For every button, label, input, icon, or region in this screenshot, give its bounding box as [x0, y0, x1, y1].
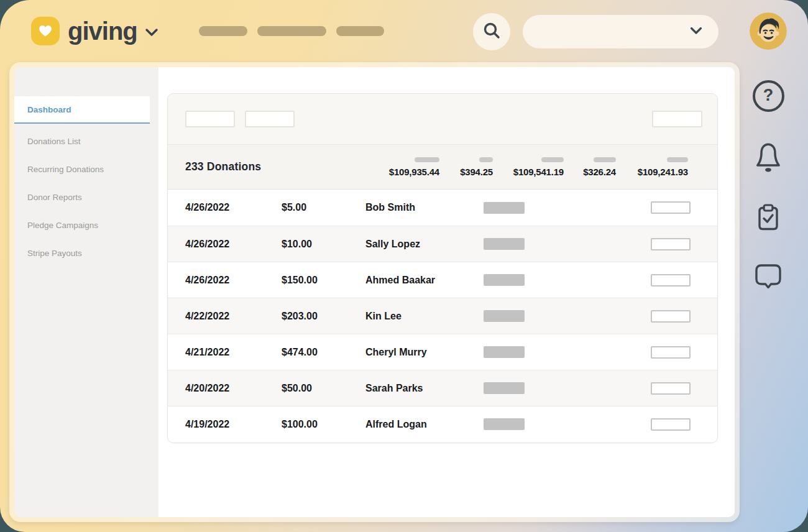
row-action-placeholder[interactable] — [651, 238, 691, 250]
donation-date: 4/21/2022 — [185, 347, 282, 358]
sidebar-item-pledge-campaigns[interactable]: Pledge Campaigns — [14, 211, 158, 239]
right-rail: ? — [750, 80, 787, 291]
summary-stat: $394.25 — [459, 157, 493, 177]
summary-stat: $326.24 — [584, 157, 616, 177]
topbar-nav — [199, 26, 384, 36]
stat-label-placeholder — [541, 157, 564, 162]
donation-amount: $474.00 — [282, 347, 365, 358]
redacted-cell-placeholder — [484, 202, 525, 214]
sidebar-item-label: Donations List — [27, 137, 81, 146]
donor-name: Ahmed Baakar — [365, 275, 484, 286]
chevron-down-icon — [145, 28, 158, 39]
row-action-placeholder[interactable] — [651, 382, 691, 395]
chevron-down-icon — [690, 26, 702, 37]
donation-amount: $5.00 — [282, 202, 365, 213]
chat-bubble-icon[interactable] — [753, 262, 784, 291]
redacted-cell-placeholder — [484, 238, 525, 250]
stat-value: $394.25 — [460, 167, 493, 177]
row-action-placeholder[interactable] — [651, 418, 691, 431]
redacted-cell-placeholder — [484, 310, 525, 322]
stat-value: $326.24 — [583, 167, 616, 177]
donor-name: Sarah Parks — [365, 383, 484, 394]
donations-table: 4/26/2022 $5.00 Bob Smith 4/26/2022 $10.… — [168, 190, 717, 443]
donor-name: Alfred Logan — [365, 419, 484, 430]
dashboard-content: 233 Donations $109,935.44 $394.25 — [158, 67, 735, 517]
search-icon — [482, 21, 501, 42]
nav-link-placeholder[interactable] — [257, 26, 326, 36]
redacted-cell-placeholder — [484, 418, 525, 430]
donor-name: Sally Lopez — [365, 239, 484, 250]
stat-value: $109,241.93 — [638, 167, 688, 177]
donation-date: 4/26/2022 — [185, 239, 282, 250]
filter-bar — [168, 94, 717, 145]
sidebar-item-label: Dashboard — [27, 105, 71, 114]
filter-control[interactable] — [185, 111, 235, 127]
table-row[interactable]: 4/21/2022 $474.00 Cheryl Murry — [168, 334, 717, 370]
donation-amount: $100.00 — [282, 419, 365, 430]
notifications-bell-icon[interactable] — [752, 140, 784, 173]
donation-date: 4/19/2022 — [185, 419, 282, 430]
sidebar-item-label: Donor Reports — [27, 193, 82, 202]
donation-date: 4/22/2022 — [185, 311, 282, 322]
filter-control[interactable] — [652, 111, 702, 127]
table-row[interactable]: 4/26/2022 $5.00 Bob Smith — [168, 190, 717, 226]
sidebar: Dashboard Donations List Recurring Donat… — [14, 67, 158, 517]
sidebar-item-label: Stripe Payouts — [27, 249, 82, 258]
stat-value: $109,541.19 — [513, 167, 564, 177]
table-row[interactable]: 4/26/2022 $150.00 Ahmed Baakar — [168, 262, 717, 298]
donations-summary: 233 Donations $109,935.44 $394.25 — [168, 145, 717, 190]
redacted-cell-placeholder — [484, 382, 525, 394]
donor-name: Kin Lee — [365, 311, 484, 322]
brand-title: giving — [68, 17, 137, 45]
table-row[interactable]: 4/22/2022 $203.00 Kin Lee — [168, 298, 717, 334]
sidebar-item-recurring-donations[interactable]: Recurring Donations — [14, 155, 158, 183]
stat-label-placeholder — [667, 157, 688, 162]
redacted-cell-placeholder — [484, 274, 525, 286]
summary-stats: $109,935.44 $394.25 $109,541.19 — [388, 157, 688, 177]
brand-menu[interactable]: giving — [31, 17, 158, 45]
main-window: Dashboard Donations List Recurring Donat… — [9, 62, 740, 522]
table-row[interactable]: 4/19/2022 $100.00 Alfred Logan — [168, 406, 717, 442]
donation-date: 4/26/2022 — [185, 275, 282, 286]
filter-control[interactable] — [245, 111, 295, 127]
sidebar-item-label: Pledge Campaigns — [27, 221, 98, 230]
donation-amount: $150.00 — [282, 275, 365, 286]
heart-icon — [31, 17, 60, 45]
tasks-clipboard-icon[interactable] — [753, 201, 784, 234]
nav-link-placeholder[interactable] — [199, 26, 247, 36]
row-action-placeholder[interactable] — [651, 201, 691, 214]
donation-amount: $50.00 — [282, 383, 365, 394]
stat-label-placeholder — [479, 157, 493, 162]
table-row[interactable]: 4/20/2022 $50.00 Sarah Parks — [168, 370, 717, 406]
avatar[interactable] — [750, 12, 787, 50]
summary-stat: $109,935.44 — [388, 157, 439, 177]
sidebar-item-dashboard[interactable]: Dashboard — [14, 96, 150, 124]
donations-count: 233 Donations — [185, 160, 261, 173]
row-action-placeholder[interactable] — [651, 346, 691, 359]
table-row[interactable]: 4/26/2022 $10.00 Sally Lopez — [168, 226, 717, 262]
donations-card: 233 Donations $109,935.44 $394.25 — [167, 93, 718, 443]
sidebar-item-donor-reports[interactable]: Donor Reports — [14, 183, 158, 211]
stat-label-placeholder — [415, 157, 439, 162]
stat-value: $109,935.44 — [389, 167, 439, 177]
donor-name: Bob Smith — [365, 202, 484, 213]
donation-date: 4/20/2022 — [185, 383, 282, 394]
summary-stat: $109,541.19 — [513, 157, 564, 177]
sidebar-item-label: Recurring Donations — [27, 165, 104, 174]
redacted-cell-placeholder — [484, 346, 525, 358]
nav-link-placeholder[interactable] — [336, 26, 384, 36]
row-action-placeholder[interactable] — [651, 274, 691, 287]
stat-label-placeholder — [594, 157, 616, 162]
donation-amount: $203.00 — [282, 311, 365, 322]
donor-name: Cheryl Murry — [365, 347, 484, 358]
sidebar-item-stripe-payouts[interactable]: Stripe Payouts — [14, 239, 158, 267]
donation-amount: $10.00 — [282, 239, 365, 250]
help-glyph: ? — [763, 86, 774, 105]
sidebar-item-donations-list[interactable]: Donations List — [14, 127, 158, 155]
help-icon[interactable]: ? — [753, 80, 784, 112]
search-button[interactable] — [473, 13, 510, 50]
summary-stat: $109,241.93 — [636, 157, 688, 177]
app-surface: giving — [0, 0, 808, 532]
row-action-placeholder[interactable] — [651, 310, 691, 323]
organization-select[interactable] — [523, 15, 718, 48]
